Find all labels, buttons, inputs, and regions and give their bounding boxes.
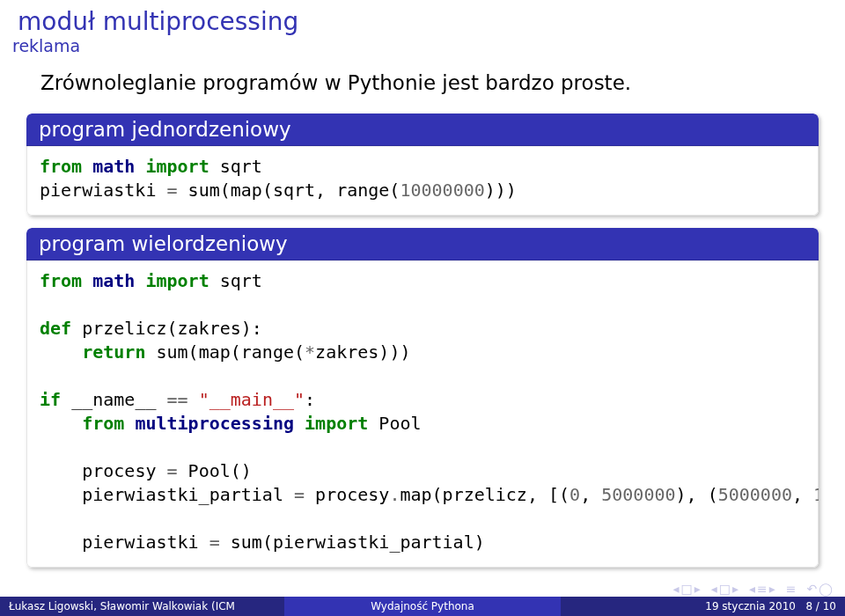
- op-dot: .: [389, 484, 400, 505]
- op-eq: =: [209, 532, 220, 553]
- nav-circ-icon: ◯: [819, 583, 833, 595]
- kw-import: import: [145, 270, 209, 291]
- mod-math: math: [92, 270, 135, 291]
- nav-g5[interactable]: ↶◯: [807, 583, 833, 595]
- num-0: 0: [569, 484, 580, 505]
- code-text: ,: [580, 484, 601, 505]
- op-eqeq: ==: [167, 389, 188, 410]
- kw-def: def: [40, 318, 71, 339]
- num-10m: 10000000: [400, 180, 484, 201]
- nav-g2[interactable]: ◂□▸: [711, 583, 738, 595]
- footer-page: 8 / 10: [805, 600, 836, 612]
- code-text: pierwiastki: [82, 532, 209, 553]
- num-5m: 5000000: [601, 484, 675, 505]
- slide-subtitle: reklama: [0, 36, 845, 64]
- code-text: procesy: [305, 484, 389, 505]
- code-text: :: [305, 389, 315, 410]
- nav-left-icon: ◂: [711, 583, 717, 595]
- kw-if: if: [40, 389, 61, 410]
- op-eq: =: [294, 484, 305, 505]
- nav-symbols: ◂□▸ ◂□▸ ◂≡▸ ≡ ↶◯: [672, 583, 833, 595]
- block-multi-core-body: from math import sqrt def przelicz(zakre…: [26, 260, 819, 568]
- num-10m: 10000000: [813, 484, 819, 505]
- code-multi-core: from math import sqrt def przelicz(zakre…: [40, 269, 805, 554]
- nav-bar-icon: ≡: [786, 583, 797, 595]
- block-multi-core-title: program wielordzeniowy: [26, 228, 819, 260]
- code-text: zakres))): [315, 341, 410, 363]
- kw-from: from: [40, 156, 82, 177]
- kw-return: return: [82, 341, 145, 363]
- kw-import: import: [145, 156, 209, 177]
- nav-bar-icon: ≡: [757, 583, 768, 595]
- name-sqrt: sqrt: [220, 156, 262, 177]
- kw-from: from: [82, 413, 124, 434]
- fn-przelicz: przelicz: [82, 318, 166, 339]
- nav-g1[interactable]: ◂□▸: [672, 583, 700, 595]
- kw-import: import: [305, 413, 368, 434]
- code-text: pierwiastki_partial: [82, 484, 294, 505]
- nav-left-icon: ◂: [672, 583, 679, 595]
- nav-g4[interactable]: ≡: [786, 583, 797, 595]
- nav-right-icon: ▸: [769, 583, 775, 595]
- nav-box-icon: □: [719, 583, 731, 595]
- code-text: map(przelicz, [(: [400, 484, 569, 505]
- slide-title: moduł multiprocessing: [0, 0, 845, 36]
- kw-from: from: [40, 270, 82, 291]
- code-text: procesy: [82, 460, 166, 481]
- block-multi-core: program wielordzeniowy from math import …: [26, 228, 819, 568]
- block-single-core: program jednordzeniowy from math import …: [26, 114, 819, 216]
- code-text: sum(pierwiastki_partial): [220, 532, 485, 553]
- code-text: __name__: [61, 389, 166, 410]
- footer-title: Wydajność Pythona: [284, 597, 560, 616]
- nav-right-icon: ▸: [732, 583, 738, 595]
- str-main: "__main__": [188, 389, 305, 410]
- op-star: *: [305, 341, 315, 363]
- nav-right-icon: ▸: [694, 583, 701, 595]
- op-eq: =: [167, 460, 178, 481]
- footer-right: 19 stycznia 2010 8 / 10: [561, 597, 845, 616]
- code-text: sum(map(range(: [145, 341, 305, 363]
- block-single-core-body: from math import sqrt pierwiastki = sum(…: [26, 146, 819, 216]
- mod-math: math: [92, 156, 135, 177]
- code-text: ))): [485, 180, 517, 201]
- nav-undo-icon: ↶: [807, 583, 818, 595]
- nav-g3[interactable]: ◂≡▸: [749, 583, 775, 595]
- nav-left-icon: ◂: [749, 583, 755, 595]
- name-pool: Pool: [378, 413, 421, 434]
- num-5m: 5000000: [718, 484, 792, 505]
- code-text: sum(map(sqrt, range(: [178, 180, 400, 201]
- code-single-core: from math import sqrt pierwiastki = sum(…: [40, 155, 805, 202]
- block-single-core-title: program jednordzeniowy: [26, 114, 819, 146]
- code-text: ), (: [676, 484, 718, 505]
- mod-multiprocessing: multiprocessing: [135, 413, 294, 434]
- op-eq: =: [167, 180, 178, 201]
- nav-box-icon: □: [681, 583, 693, 595]
- code-text: ,: [792, 484, 813, 505]
- code-text: (zakres):: [167, 318, 262, 339]
- slide-footer: Łukasz Ligowski, Sławomir Walkowiak (ICM…: [0, 597, 845, 616]
- intro-text: Zrównoleglanie programów w Pythonie jest…: [0, 64, 845, 108]
- footer-date: 19 stycznia 2010: [705, 600, 796, 612]
- name-sqrt: sqrt: [220, 270, 262, 291]
- footer-author: Łukasz Ligowski, Sławomir Walkowiak (ICM: [0, 597, 284, 616]
- code-text: pierwiastki: [40, 180, 167, 201]
- code-text: Pool(): [178, 460, 252, 481]
